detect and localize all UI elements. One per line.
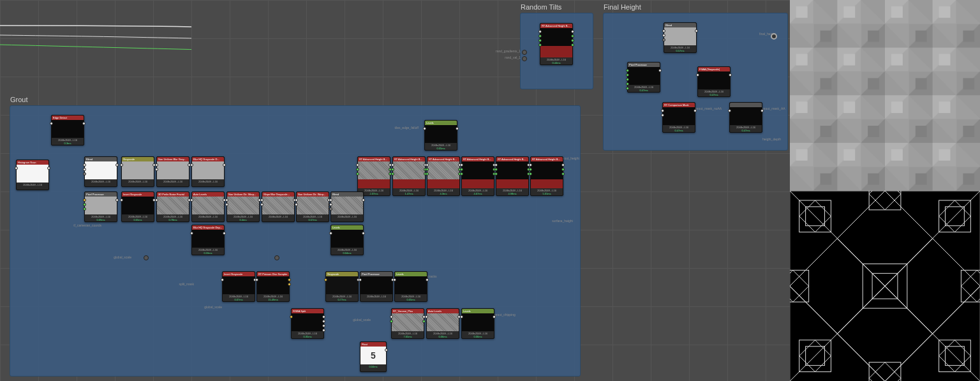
preview-heightmap[interactable]	[790, 0, 980, 191]
node-title: 3D Perlin Noise Fractal	[157, 192, 189, 197]
node-footer: 2048x2048 - L160.57ms	[664, 45, 696, 52]
node-thumbnail	[664, 27, 696, 45]
node-rt-comparison-mask[interactable]: RT Comparison Mask 2048x2048 - L160.47ms	[662, 102, 695, 133]
node-auto-levels[interactable]: Auto Levels 2048x2048 - L160.06ms	[426, 308, 459, 339]
relay-dot[interactable]	[144, 255, 149, 260]
node-invert-grayscale[interactable]: Invert Grayscale 2048x2048 - L160.05ms	[121, 191, 154, 222]
node-invert-grayscale[interactable]: Invert Grayscale 2048x2048 - L160.07ms	[222, 271, 255, 302]
node-rt-advanced-height-blend[interactable]: RT Advanced Height B... 2048x2048 - L161…	[392, 156, 426, 196]
node-params	[462, 179, 494, 188]
node-fxaa-grayscale[interactable]: FXAA (Grayscale) 2048x2048 - L160.47ms	[697, 66, 731, 97]
relay-dot[interactable]	[522, 56, 527, 61]
node-non-uniform-blur[interactable]: Non Uniform Blur Gray... 2048x2048 - L16	[156, 156, 189, 187]
connection-wires	[0, 0, 191, 96]
node-footer: 2048x2048 - L160.06ms	[462, 331, 494, 338]
node-levels[interactable]: Levels 2048x2048 - L160.04ms	[330, 225, 364, 255]
node-footer: 2048x2048 - L16	[360, 294, 392, 301]
node-grayscale[interactable]: Grayscale 2048x2048 - L16	[121, 156, 154, 187]
label-global-scale2: global_scale	[204, 305, 222, 309]
node-thumbnail	[292, 313, 323, 331]
node-footer: 2048x2048 - L16	[331, 214, 363, 221]
node-title: RT Comparison Mask	[663, 103, 695, 107]
node-thumbnail	[223, 276, 255, 294]
node-footer: 2048x2048 - L160.47ms	[730, 125, 762, 132]
node-thumbnail	[85, 197, 117, 214]
preview-grout-mask[interactable]	[790, 191, 980, 382]
node-rt-poisson-disc-sampler[interactable]: RT Poisson Disc Sampler 2048x2048 - L161…	[256, 271, 290, 302]
relay-dot[interactable]	[274, 255, 279, 260]
node-output[interactable]: 2048x2048 - L160.47ms	[729, 102, 762, 133]
node-non-uniform-dir-warp[interactable]: Non Uniform Dir. Warp... 2048x2048 - L16…	[296, 191, 329, 222]
node-title: Non Uniform Dir. Warp...	[297, 192, 329, 197]
node-footer: 2048x2048 - L160.3ms	[52, 138, 84, 145]
node-slope-blur[interactable]: Slope Blur Grayscale... 2048x2048 - L16	[262, 191, 295, 222]
node-blend[interactable]: Blend 2048x2048 - L16	[84, 156, 117, 187]
node-title: RT Poisson Disc Sampler	[257, 272, 289, 276]
node-footer: 2048x2048 - L160.77ms	[326, 294, 358, 301]
node-thumbnail	[425, 125, 457, 143]
node-thumbnail	[427, 313, 459, 331]
node-footer: 2048x2048 - L160.06ms	[427, 331, 459, 338]
node-rt-advanced-height-blend[interactable]: RT Advanced Height B... 2048x2048 - L164…	[496, 156, 529, 196]
node-rgba-split[interactable]: RGBA Split 2048x2048 - L160.35ms	[291, 308, 324, 339]
label-grout-mask-aa: grout_mask_AA	[762, 107, 785, 110]
relay-dot[interactable]	[522, 50, 527, 55]
node-levels[interactable]: Levels 2048x2048 - L160.05ms	[424, 120, 457, 151]
node-params	[358, 179, 390, 188]
node-rt-advanced-height-blend[interactable]: RT Advanced Height B... 2048x2048 - L165…	[530, 156, 563, 196]
node-blend[interactable]: Blend 2048x2048 - L160.57ms	[664, 22, 697, 53]
label-rand-val: rand_val_1	[505, 56, 521, 59]
node-levels[interactable]: Levels 2048x2048 - L160.06ms	[461, 308, 494, 339]
node-thumbnail	[122, 161, 154, 179]
node-footer: 2048x2048 - L160.4ms	[227, 214, 259, 221]
node-footer: 2048x2048 - L160.47ms	[698, 89, 730, 96]
node-value: 5	[360, 347, 386, 364]
node-footer: 2048x2048 - L161.47ms	[393, 188, 425, 195]
node-non-uniform-dir-warp[interactable]: Non Uniform Dir. Warp... 2048x2048 - L16…	[226, 191, 260, 222]
node-title: RT Advanced Height B...	[358, 157, 390, 161]
node-title: Auto Levels	[427, 309, 459, 313]
node-title: RT Advanced Height B...	[393, 157, 425, 161]
node-footer: 2048x2048 - L1615.49ms	[257, 294, 289, 301]
node-thumbnail	[157, 161, 189, 179]
node-3d-perlin-noise[interactable]: 3D Perlin Noise Fractal 2048x2048 - L160…	[156, 191, 189, 222]
node-float[interactable]: Float 5 0.04ms	[360, 341, 387, 372]
node-title: Blend	[664, 23, 696, 27]
node-title: Grayscale	[326, 272, 358, 276]
node-footer: 2048x2048 - L160.09ms	[85, 214, 117, 221]
node-pixel-processor[interactable]: Pixel Processor 2048x2048 - L160.09ms	[84, 191, 117, 222]
node-blur-hq[interactable]: Blur HQ Grayscale D... 2048x2048 - L16	[191, 156, 225, 187]
node-blur-hq-grayscale[interactable]: Blur HQ Grayscale Dep... 2048x2048 - L16…	[191, 225, 225, 255]
node-levels[interactable]: Levels 2048x2048 - L160.05ms	[394, 271, 427, 302]
node-grayscale[interactable]: Grayscale 2048x2048 - L160.77ms	[325, 271, 359, 302]
node-blend[interactable]: Blend 2048x2048 - L16	[330, 191, 364, 222]
label-height-depth: height_depth	[762, 137, 781, 141]
node-rt-advanced-height-blend[interactable]: RT Advanced Height B... 2048x2048 - L164…	[461, 156, 494, 196]
node-auto-levels[interactable]: Auto Levels 2048x2048 - L16	[191, 191, 225, 222]
node-footer: 2048x2048 - L16	[192, 179, 224, 186]
node-rt-advanced-height-blend[interactable]: RT Advanced Height B... 2048x2048 - L160…	[540, 23, 573, 65]
node-footer: 2048x2048 - L160.44ms	[540, 57, 572, 64]
node-histogram-scan[interactable]: Histogram Scan 2048x2048 - L16	[16, 160, 49, 190]
node-footer: 2048x2048 - L164.3ms	[427, 188, 459, 195]
node-params	[393, 179, 425, 188]
output-pin[interactable]	[771, 33, 777, 40]
label-split-mask: split_mask	[179, 282, 194, 286]
node-thumbnail	[52, 120, 84, 138]
node-thumbnail	[331, 197, 363, 214]
node-rt-voronoi-plus[interactable]: RT_Voronoi_Plus 2048x2048 - L167.65ms	[391, 308, 424, 339]
node-rt-advanced-height-blend[interactable]: RT Advanced Height B... 2048x2048 - L162…	[357, 156, 390, 196]
node-pixel-processor[interactable]: Pixel Processor 2048x2048 - L160.47ms	[627, 62, 660, 93]
node-footer: 2048x2048 - L160.04ms	[331, 248, 363, 255]
node-footer: 2048x2048 - L160.05ms	[395, 294, 427, 301]
node-pixel-processor[interactable]: Pixel Processor 2048x2048 - L16	[360, 271, 393, 302]
node-title: Blend	[85, 157, 117, 161]
node-edge-detect[interactable]: Edge Detect 2048x2048 - L160.3ms	[51, 115, 84, 146]
node-rt-advanced-height-blend[interactable]: RT Advanced Height B... 2048x2048 - L164…	[427, 156, 460, 196]
label-grout-chipping: grout_chipping	[494, 313, 516, 317]
node-footer: 2048x2048 - L164.98ms	[496, 188, 528, 195]
node-thumbnail	[540, 28, 572, 46]
frame-title: Random Tilts	[521, 3, 561, 11]
node-title: FXAA (Grayscale)	[698, 67, 730, 71]
node-footer: 2048x2048 - L165.31ms	[531, 188, 563, 195]
